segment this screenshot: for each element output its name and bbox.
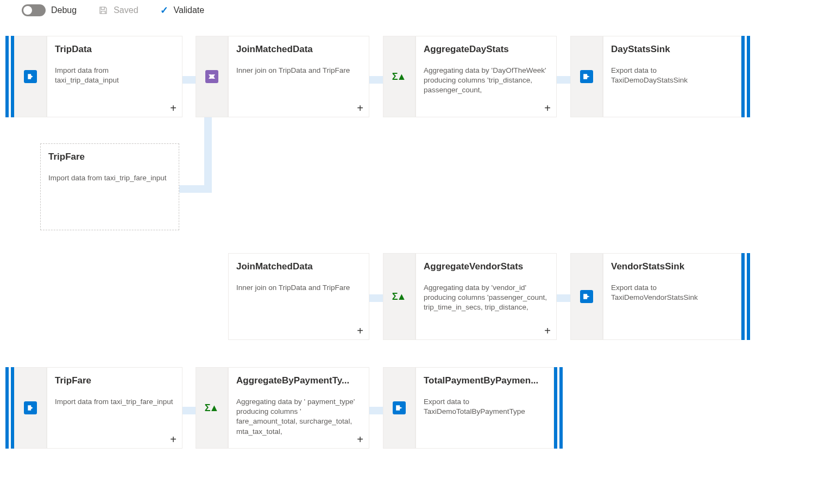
node-title: TripData xyxy=(55,44,174,55)
add-branch-button[interactable]: + xyxy=(355,434,366,445)
node-desc: Export data to TaxiDemoDayStatsSink xyxy=(611,66,733,85)
arrow-out xyxy=(556,36,557,117)
connector xyxy=(179,185,212,193)
arrow-out xyxy=(369,254,369,339)
arrow-out xyxy=(182,36,182,117)
node-icon-col: Σ▲ xyxy=(383,253,415,340)
node-desc: Import data from taxi_trip_fare_input xyxy=(48,173,171,183)
add-branch-button[interactable]: + xyxy=(168,434,179,445)
node-body: TripFare Import data from taxi_trip_fare… xyxy=(47,367,182,449)
node-trip-fare-src[interactable]: TripFare Import data from taxi_trip_fare… xyxy=(5,367,182,449)
node-desc: Aggregating data by ' payment_type' prod… xyxy=(236,397,361,437)
add-branch-button[interactable]: + xyxy=(355,103,366,114)
node-title: TotalPaymentByPaymen... xyxy=(424,375,546,386)
node-desc: Export data to TaxiDemoTotalByPaymentTyp… xyxy=(424,397,546,417)
dataflow-canvas[interactable]: TripData Import data from taxi_trip_data… xyxy=(0,25,831,492)
debug-label: Debug xyxy=(51,5,77,15)
node-end-bar xyxy=(747,253,750,340)
arrow-out xyxy=(556,254,557,339)
node-icon-col: Σ▲ xyxy=(383,36,415,117)
node-body: VendorStatsSink Export data to TaxiDemoV… xyxy=(603,253,741,340)
svg-marker-1 xyxy=(369,36,369,117)
toolbar: Debug Saved ✓ Validate xyxy=(0,0,831,25)
svg-marker-2 xyxy=(556,36,557,117)
node-title: JoinMatchedData xyxy=(236,44,361,55)
svg-marker-4 xyxy=(369,254,369,340)
check-icon: ✓ xyxy=(160,4,168,16)
node-desc: Inner join on TripData and TripFare xyxy=(236,283,361,293)
debug-toggle[interactable] xyxy=(22,4,46,16)
arrow-out xyxy=(182,368,182,448)
node-body: TripFare Import data from taxi_trip_fare… xyxy=(40,143,179,230)
source-icon xyxy=(24,70,37,83)
debug-toggle-group: Debug xyxy=(22,4,77,16)
node-join-2[interactable]: JoinMatchedData Inner join on TripData a… xyxy=(228,253,369,340)
node-icon-col xyxy=(14,36,47,117)
arrow-out xyxy=(369,368,369,448)
arrow-out xyxy=(369,36,369,117)
node-end-bar xyxy=(747,36,750,117)
arrow-out xyxy=(179,144,179,230)
node-trip-data[interactable]: TripData Import data from taxi_trip_data… xyxy=(5,36,182,117)
toggle-knob xyxy=(23,6,32,15)
saved-label: Saved xyxy=(114,5,138,15)
source-icon xyxy=(24,401,37,414)
node-join-1[interactable]: JoinMatchedData Inner join on TripData a… xyxy=(196,36,369,117)
node-icon-col: Σ▲ xyxy=(196,367,228,449)
join-icon xyxy=(205,70,218,83)
sink-icon xyxy=(580,70,593,83)
save-icon xyxy=(98,5,108,15)
node-end-bar xyxy=(559,367,563,449)
node-title: AggregateVendorStats xyxy=(424,261,549,272)
node-trip-fare-ghost[interactable]: TripFare Import data from taxi_trip_fare… xyxy=(40,143,179,230)
svg-marker-5 xyxy=(556,254,557,340)
aggregate-icon: Σ▲ xyxy=(205,401,218,414)
sink-icon xyxy=(393,401,406,414)
add-branch-button[interactable]: + xyxy=(355,325,366,336)
node-icon-col xyxy=(196,36,228,117)
add-branch-button[interactable]: + xyxy=(542,103,553,114)
node-agg-payment[interactable]: Σ▲ AggregateByPaymentTy... Aggregating d… xyxy=(196,367,369,449)
node-body: AggregateByPaymentTy... Aggregating data… xyxy=(228,367,369,449)
node-body: JoinMatchedData Inner join on TripData a… xyxy=(228,36,369,117)
aggregate-icon: Σ▲ xyxy=(393,290,406,303)
node-desc: Import data from taxi_trip_fare_input xyxy=(55,397,174,407)
node-desc: Inner join on TripData and TripFare xyxy=(236,66,361,75)
node-body: TotalPaymentByPaymen... Export data to T… xyxy=(415,367,554,449)
node-desc: Aggregating data by 'DayOfTheWeek' produ… xyxy=(424,66,549,96)
node-icon-col xyxy=(14,367,47,449)
svg-marker-7 xyxy=(369,368,369,449)
node-body: DayStatsSink Export data to TaxiDemoDayS… xyxy=(603,36,741,117)
saved-indicator: Saved xyxy=(98,5,138,15)
add-branch-button[interactable]: + xyxy=(542,325,553,336)
node-title: VendorStatsSink xyxy=(611,261,733,272)
node-day-sink[interactable]: DayStatsSink Export data to TaxiDemoDayS… xyxy=(570,36,750,117)
svg-marker-0 xyxy=(182,36,182,117)
node-vendor-sink[interactable]: VendorStatsSink Export data to TaxiDemoV… xyxy=(570,253,750,340)
node-body: AggregateDayStats Aggregating data by 'D… xyxy=(415,36,557,117)
node-agg-day[interactable]: Σ▲ AggregateDayStats Aggregating data by… xyxy=(383,36,557,117)
svg-marker-6 xyxy=(182,368,182,449)
add-branch-button[interactable]: + xyxy=(168,103,179,114)
node-payment-sink[interactable]: TotalPaymentByPaymen... Export data to T… xyxy=(383,367,563,449)
node-agg-vendor[interactable]: Σ▲ AggregateVendorStats Aggregating data… xyxy=(383,253,557,340)
node-title: JoinMatchedData xyxy=(236,261,361,272)
svg-marker-3 xyxy=(179,144,179,230)
node-desc: Export data to TaxiDemoVendorStatsSink xyxy=(611,283,733,303)
node-icon-col xyxy=(383,367,415,449)
validate-button[interactable]: ✓ Validate xyxy=(160,4,205,16)
node-title: AggregateByPaymentTy... xyxy=(236,375,361,386)
node-icon-col xyxy=(570,36,603,117)
node-title: DayStatsSink xyxy=(611,44,733,55)
node-title: AggregateDayStats xyxy=(424,44,549,55)
validate-label: Validate xyxy=(174,5,205,15)
node-title: TripFare xyxy=(48,152,171,162)
node-icon-col xyxy=(570,253,603,340)
aggregate-icon: Σ▲ xyxy=(393,70,406,83)
node-body: JoinMatchedData Inner join on TripData a… xyxy=(228,253,369,340)
node-body: AggregateVendorStats Aggregating data by… xyxy=(415,253,557,340)
node-desc: Import data from taxi_trip_data_input xyxy=(55,66,174,85)
node-title: TripFare xyxy=(55,375,174,386)
node-desc: Aggregating data by 'vendor_id' producin… xyxy=(424,283,549,313)
node-body: TripData Import data from taxi_trip_data… xyxy=(47,36,182,117)
